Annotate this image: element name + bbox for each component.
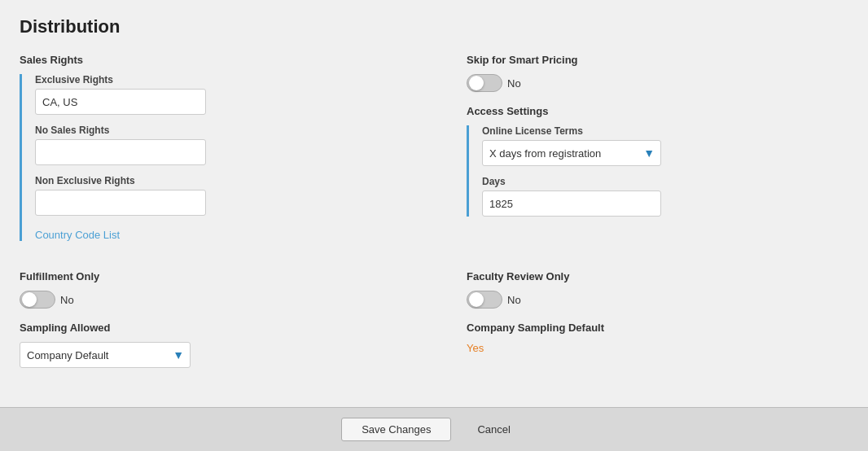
toggle-knob [469,76,484,90]
footer-bar: Save Changes Cancel [0,407,868,451]
no-sales-rights-input[interactable] [35,139,206,165]
save-changes-button[interactable]: Save Changes [341,418,451,441]
days-group: Days [482,176,848,217]
skip-smart-pricing-label: Skip for Smart Pricing [467,54,848,66]
non-exclusive-rights-label: Non Exclusive Rights [35,175,401,186]
bottom-section: Fulfillment Only No Sampling Allowed Com… [20,270,848,381]
exclusive-rights-label: Exclusive Rights [35,74,401,85]
faculty-review-only-value: No [507,294,521,306]
days-label: Days [482,176,848,187]
two-col-layout: Sales Rights Exclusive Rights No Sales R… [20,54,848,254]
online-license-select-wrapper: X days from registration Perpetual Fixed… [482,140,661,166]
sales-rights-section: Exclusive Rights No Sales Rights Non Exc… [20,74,401,241]
online-license-terms-select[interactable]: X days from registration Perpetual Fixed… [482,140,661,166]
faculty-review-only-label: Faculty Review Only [467,270,848,282]
online-license-terms-group: Online License Terms X days from registr… [482,125,848,166]
page-container: Distribution Sales Rights Exclusive Righ… [0,0,868,451]
fulfillment-only-section: Fulfillment Only No [20,270,401,309]
exclusive-rights-group: Exclusive Rights [35,74,401,115]
sampling-allowed-label: Sampling Allowed [20,322,401,334]
skip-smart-pricing-section: Skip for Smart Pricing No [467,54,848,92]
company-sampling-default-section: Company Sampling Default Yes [467,322,848,354]
left-column: Sales Rights Exclusive Rights No Sales R… [20,54,434,254]
company-sampling-default-label: Company Sampling Default [467,322,848,334]
cancel-button[interactable]: Cancel [461,418,526,440]
bottom-right: Faculty Review Only No Company Sampling … [434,270,848,381]
sampling-allowed-select[interactable]: Company Default Yes No [20,342,191,368]
non-exclusive-rights-group: Non Exclusive Rights [35,175,401,216]
main-content: Distribution Sales Rights Exclusive Righ… [0,0,868,407]
access-settings-section: Online License Terms X days from registr… [467,125,848,217]
sampling-allowed-select-wrapper: Company Default Yes No ▼ [20,342,191,368]
faculty-review-only-section: Faculty Review Only No [467,270,848,309]
faculty-review-only-toggle[interactable] [467,291,502,309]
no-sales-rights-label: No Sales Rights [35,125,401,136]
online-license-terms-label: Online License Terms [482,125,848,137]
country-code-link[interactable]: Country Code List [35,229,120,241]
days-input[interactable] [482,190,661,217]
exclusive-rights-input[interactable] [35,89,206,115]
faculty-review-toggle-wrapper: No [467,291,848,309]
non-exclusive-rights-input[interactable] [35,190,206,216]
skip-smart-pricing-value: No [507,77,521,90]
fulfillment-only-label: Fulfillment Only [20,270,401,282]
sales-rights-label: Sales Rights [20,54,401,66]
skip-smart-pricing-toggle-wrapper: No [467,74,848,92]
faculty-toggle-knob [469,292,484,307]
fulfillment-only-toggle-wrapper: No [20,291,401,309]
right-column: Skip for Smart Pricing No Access Setting… [434,54,848,254]
bottom-left: Fulfillment Only No Sampling Allowed Com… [20,270,434,381]
fulfillment-only-toggle[interactable] [20,291,55,309]
skip-smart-pricing-toggle[interactable] [467,74,502,92]
fulfillment-only-value: No [60,294,74,306]
sampling-allowed-section: Sampling Allowed Company Default Yes No … [20,322,401,368]
page-title: Distribution [20,16,848,37]
company-sampling-default-value: Yes [467,342,848,354]
access-settings-label: Access Settings [467,105,848,117]
fulfillment-toggle-knob [22,292,37,307]
no-sales-rights-group: No Sales Rights [35,125,401,165]
